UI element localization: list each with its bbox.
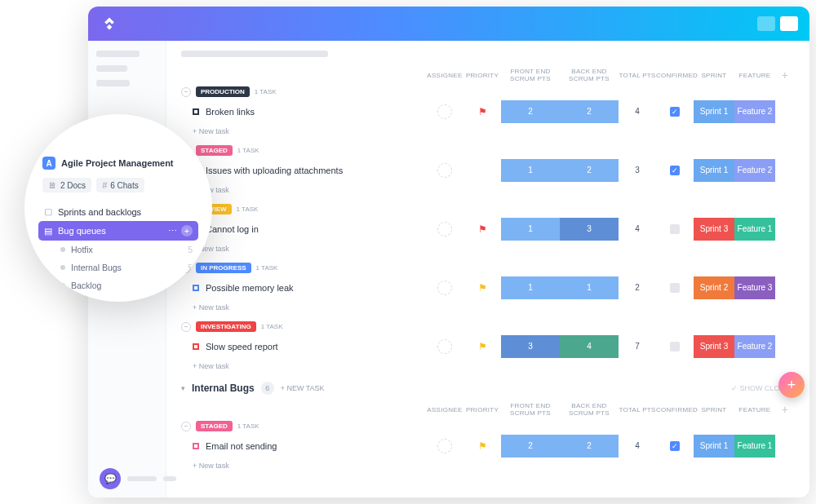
status-badge[interactable]: STAGED bbox=[196, 421, 233, 431]
fe-points[interactable]: 2 bbox=[501, 100, 560, 123]
status-badge[interactable]: STAGED bbox=[196, 145, 233, 156]
feature-tag[interactable]: Feature 2 bbox=[734, 159, 775, 182]
status-badge[interactable]: INVESTIGATING bbox=[196, 321, 256, 332]
task-row[interactable]: Issues with uploading attachments123✓Spr… bbox=[181, 159, 795, 182]
collapse-icon[interactable]: − bbox=[181, 87, 191, 97]
topbar-btn-2[interactable] bbox=[780, 16, 798, 31]
status-square-icon[interactable] bbox=[193, 443, 199, 449]
add-column-icon[interactable]: + bbox=[775, 403, 795, 416]
workspace-name: Agile Project Management bbox=[61, 158, 174, 168]
be-points[interactable]: 4 bbox=[560, 335, 619, 358]
assignee-avatar[interactable] bbox=[437, 339, 452, 354]
new-task-link[interactable]: + New task bbox=[181, 299, 795, 313]
task-title: Possible memory leak bbox=[206, 283, 294, 293]
fe-points[interactable]: 1 bbox=[501, 218, 560, 241]
fab-new[interactable]: + bbox=[778, 372, 805, 398]
workspace-header[interactable]: A Agile Project Management bbox=[42, 157, 194, 170]
add-column-icon[interactable]: + bbox=[775, 69, 795, 82]
task-count: 1 TASK bbox=[256, 264, 278, 272]
sprint-tag[interactable]: Sprint 3 bbox=[694, 335, 734, 358]
status-square-icon[interactable] bbox=[193, 343, 199, 350]
be-points[interactable]: 1 bbox=[560, 276, 619, 299]
task-row[interactable]: Broken links⚑224✓Sprint 1Feature 2 bbox=[181, 100, 795, 123]
fe-points[interactable]: 1 bbox=[501, 159, 560, 182]
be-points[interactable]: 2 bbox=[560, 435, 619, 458]
total-points: 4 bbox=[619, 435, 656, 458]
feature-tag[interactable]: Feature 1 bbox=[734, 435, 775, 458]
header-placeholder bbox=[181, 51, 328, 57]
fe-points[interactable]: 1 bbox=[501, 276, 560, 299]
chat-bubble-icon: 💬 bbox=[100, 468, 121, 489]
assignee-avatar[interactable] bbox=[437, 104, 452, 119]
workspace-icon: A bbox=[42, 157, 55, 170]
be-points[interactable]: 2 bbox=[560, 159, 619, 182]
be-points[interactable]: 2 bbox=[560, 100, 619, 123]
sprint-tag[interactable]: Sprint 2 bbox=[694, 276, 734, 299]
priority-flag-icon[interactable]: ⚑ bbox=[478, 282, 487, 294]
feature-tag[interactable]: Feature 2 bbox=[734, 100, 775, 123]
sprint-tag[interactable]: Sprint 1 bbox=[694, 100, 734, 123]
feature-tag[interactable]: Feature 1 bbox=[734, 218, 775, 241]
feature-tag[interactable]: Feature 2 bbox=[734, 335, 775, 358]
new-task-link[interactable]: + New task bbox=[181, 182, 795, 196]
total-points: 3 bbox=[619, 159, 656, 182]
task-row[interactable]: Possible memory leak⚑112Sprint 2Feature … bbox=[181, 276, 795, 299]
new-task-link[interactable]: + New task bbox=[181, 123, 795, 137]
sprint-tag[interactable]: Sprint 1 bbox=[694, 435, 734, 458]
priority-flag-icon[interactable]: ⚑ bbox=[478, 223, 487, 235]
task-row[interactable]: Slow speed report⚑347Sprint 3Feature 2 bbox=[181, 335, 795, 358]
list-item[interactable]: Hotfix5 bbox=[42, 241, 194, 259]
chats-chip[interactable]: #6 Chats bbox=[96, 178, 144, 192]
list-item[interactable]: Internal Bugs5 bbox=[42, 259, 194, 276]
sprint-tag[interactable]: Sprint 1 bbox=[694, 159, 734, 182]
group-inv: −INVESTIGATING1 TASKSlow speed report⚑34… bbox=[181, 321, 795, 372]
be-points[interactable]: 3 bbox=[560, 218, 619, 241]
app-logo[interactable] bbox=[100, 14, 119, 33]
assignee-avatar[interactable] bbox=[437, 163, 452, 178]
task-count: 1 TASK bbox=[237, 147, 259, 154]
priority-flag-icon[interactable]: ⚑ bbox=[478, 106, 487, 117]
folder-bug-queues[interactable]: ▤Bug queues ⋯+ bbox=[38, 221, 198, 241]
confirmed-checkbox[interactable]: ✓ bbox=[670, 166, 680, 175]
assignee-avatar[interactable] bbox=[437, 439, 452, 453]
status-square-icon[interactable] bbox=[193, 285, 199, 291]
more-icon[interactable]: ⋯ bbox=[168, 226, 177, 237]
collapse-icon[interactable]: ▾ bbox=[181, 384, 185, 392]
new-task-link[interactable]: + New task bbox=[181, 358, 795, 372]
status-square-icon[interactable] bbox=[193, 108, 199, 115]
topbar-btn-1[interactable] bbox=[757, 16, 775, 31]
new-task-link[interactable]: + New task bbox=[181, 241, 795, 254]
confirmed-checkbox[interactable] bbox=[670, 342, 680, 351]
task-row[interactable]: Cannot log in⚑134Sprint 3Feature 1 bbox=[181, 218, 795, 241]
folder-sprints[interactable]: ▢Sprints and backlogs bbox=[42, 202, 194, 221]
fe-points[interactable]: 2 bbox=[501, 435, 560, 458]
docs-chip[interactable]: 🗎2 Docs bbox=[42, 178, 91, 192]
sprint-tag[interactable]: Sprint 3 bbox=[694, 218, 734, 241]
main-content: ASSIGNEE PRIORITY FRONT END SCRUM PTS BA… bbox=[166, 41, 809, 497]
task-title: Cannot log in bbox=[206, 224, 259, 234]
task-count: 1 TASK bbox=[237, 206, 259, 213]
confirmed-checkbox[interactable] bbox=[670, 224, 680, 234]
status-badge[interactable]: IN PROGRESS bbox=[196, 263, 251, 273]
confirmed-checkbox[interactable]: ✓ bbox=[670, 107, 680, 117]
feature-tag[interactable]: Feature 3 bbox=[734, 276, 775, 299]
new-task-link[interactable]: + NEW TASK bbox=[281, 384, 325, 392]
confirmed-checkbox[interactable] bbox=[670, 283, 680, 293]
assignee-avatar[interactable] bbox=[437, 222, 452, 237]
total-points: 7 bbox=[619, 335, 656, 358]
task-row[interactable]: Email not sending⚑224✓Sprint 1Feature 1 bbox=[181, 435, 795, 458]
chat-fab[interactable]: 💬 bbox=[100, 468, 176, 489]
fe-points[interactable]: 3 bbox=[501, 335, 560, 358]
status-badge[interactable]: PRODUCTION bbox=[196, 86, 250, 97]
section-count: 6 bbox=[261, 382, 274, 395]
add-list-icon[interactable]: + bbox=[181, 225, 193, 237]
task-title: Slow speed report bbox=[206, 342, 278, 351]
task-title: Broken links bbox=[206, 107, 255, 117]
new-task-link[interactable]: + New task bbox=[181, 458, 795, 471]
priority-flag-icon[interactable]: ⚑ bbox=[478, 440, 487, 452]
confirmed-checkbox[interactable]: ✓ bbox=[670, 441, 680, 451]
collapse-icon[interactable]: − bbox=[181, 422, 191, 431]
collapse-icon[interactable]: − bbox=[181, 322, 191, 332]
priority-flag-icon[interactable]: ⚑ bbox=[478, 341, 487, 352]
assignee-avatar[interactable] bbox=[437, 281, 452, 295]
